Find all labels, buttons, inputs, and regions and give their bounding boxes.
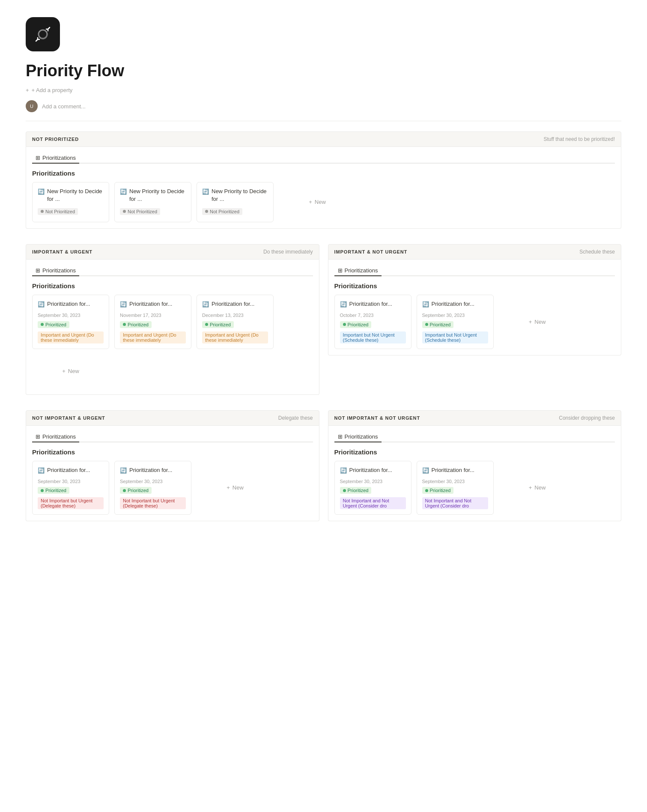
not-important-urgent-subtitle: Delegate these [278,415,313,421]
card-icon: 🔄 [38,188,45,196]
important-not-urgent-section-label: Prioritizations [334,282,615,290]
card-iu-3[interactable]: 🔄 Prioritization for... December 13, 202… [197,295,274,349]
plus-icon: + [529,484,532,491]
card-not-prioritized-1[interactable]: 🔄 New Priority to Decide for ... Not Pri… [32,182,109,222]
comment-placeholder[interactable]: Add a comment... [42,103,86,110]
not-important-not-urgent-tab-row: ⊞ Prioritizations [334,432,615,442]
card-icon: 🔄 [120,301,127,308]
card-niu-1[interactable]: 🔄 Prioritization for... September 30, 20… [32,461,109,515]
grid-icon: ⊞ [36,267,40,274]
card-icon: 🔄 [38,301,45,308]
card-inu-1[interactable]: 🔄 Prioritization for... October 7, 2023 … [334,295,411,349]
not-prioritized-subtitle: Stuff that need to be prioritized! [543,136,615,142]
card-not-prioritized-2[interactable]: 🔄 New Priority to Decide for ... Not Pri… [114,182,191,222]
tab-prioritizations-important-urgent[interactable]: ⊞ Prioritizations [32,266,79,276]
card-ninu-2[interactable]: 🔄 Prioritization for... September 30, 20… [417,461,494,515]
grid-icon: ⊞ [36,433,40,440]
card-not-prioritized-3[interactable]: 🔄 New Priority to Decide for ... Not Pri… [197,182,274,222]
grid-icon: ⊞ [338,267,343,274]
important-not-urgent-tab-row: ⊞ Prioritizations [334,266,615,276]
status-badge: Not Prioritized [120,208,160,215]
card-date: December 13, 2023 [202,313,268,318]
not-prioritized-cards: 🔄 New Priority to Decide for ... Not Pri… [32,182,615,222]
important-urgent-header: IMPORTANT & URGENT Do these immediately [26,244,319,260]
important-urgent-title: IMPORTANT & URGENT [32,249,92,254]
not-important-urgent-title: NOT IMPORTANT & URGENT [32,415,105,421]
not-prioritized-header: NOT PRIORITIZED Stuff that need to be pr… [26,131,621,147]
category-tag: Important and Urgent (Do these immediate… [38,331,104,343]
not-important-not-urgent-cards: 🔄 Prioritization for... September 30, 20… [334,461,615,515]
comment-row: U Add a comment... [26,100,621,121]
category-tag: Not Important but Urgent (Delegate these… [38,497,104,509]
new-card-button-iu[interactable]: + New [32,354,109,388]
status-badge: Prioritized [422,487,454,494]
new-card-button-niu[interactable]: + New [197,461,274,515]
not-important-urgent-cards: 🔄 Prioritization for... September 30, 20… [32,461,313,515]
important-not-urgent-subtitle: Schedule these [579,249,615,255]
category-tag: Not Important and Not Urgent (Consider d… [340,497,406,509]
card-icon: 🔄 [120,467,127,475]
card-niu-2[interactable]: 🔄 Prioritization for... September 30, 20… [114,461,191,515]
avatar: U [26,100,38,112]
category-tag: Important and Urgent (Do these immediate… [202,331,268,343]
card-icon: 🔄 [340,301,347,308]
tab-prioritizations-ninu[interactable]: ⊞ Prioritizations [334,432,382,442]
new-card-button-inu[interactable]: + New [499,295,576,349]
status-badge: Prioritized [340,487,372,494]
tab-label: Prioritizations [42,155,76,161]
important-not-urgent-title: IMPORTANT & NOT URGENT [334,249,408,254]
card-icon: 🔄 [422,467,429,475]
new-card-button-not-prioritized[interactable]: + New [279,182,356,222]
status-badge: Prioritized [340,321,372,328]
status-badge: Prioritized [202,321,234,328]
card-icon: 🔄 [202,188,209,196]
tab-prioritizations-niu[interactable]: ⊞ Prioritizations [32,432,79,442]
status-badge: Not Prioritized [202,208,242,215]
not-prioritized-body: ⊞ Prioritizations Prioritizations 🔄 New … [26,147,621,229]
important-urgent-subtitle: Do these immediately [263,249,313,255]
new-card-button-ninu[interactable]: + New [499,461,576,515]
not-important-not-urgent-body: ⊞ Prioritizations Prioritizations 🔄 Prio… [328,426,622,522]
important-urgent-cards: 🔄 Prioritization for... September 30, 20… [32,295,313,388]
page-title: Priority Flow [26,62,621,80]
add-property-button[interactable]: + + Add a property [26,87,621,93]
card-date: September 30, 2023 [422,313,488,318]
not-prioritized-section: NOT PRIORITIZED Stuff that need to be pr… [26,131,621,229]
card-icon: 🔄 [38,467,45,475]
card-icon: 🔄 [120,188,127,196]
not-important-not-urgent-title: NOT IMPORTANT & NOT URGENT [334,415,420,421]
card-date: October 7, 2023 [340,313,406,318]
niu-section-label: Prioritizations [32,448,313,456]
not-prioritized-title: NOT PRIORITIZED [32,137,79,142]
status-badge: Prioritized [120,321,152,328]
category-tag: Important and Urgent (Do these immediate… [120,331,186,343]
tab-prioritizations-not-prioritized[interactable]: ⊞ Prioritizations [32,153,79,164]
important-urgent-tab-row: ⊞ Prioritizations [32,266,313,276]
important-not-urgent-cards: 🔄 Prioritization for... October 7, 2023 … [334,295,615,349]
not-important-not-urgent-subtitle: Consider dropping these [559,415,615,421]
not-important-urgent-header: NOT IMPORTANT & URGENT Delegate these [26,410,319,426]
card-date: November 17, 2023 [120,313,186,318]
card-date: September 30, 2023 [422,479,488,484]
tab-prioritizations-important-not-urgent[interactable]: ⊞ Prioritizations [334,266,382,276]
ninu-section-label: Prioritizations [334,448,615,456]
status-badge: Prioritized [422,321,454,328]
not-prioritized-section-label: Prioritizations [32,170,615,177]
badge-dot [205,210,208,213]
plus-icon: + [26,87,29,93]
not-important-not-urgent-section: NOT IMPORTANT & NOT URGENT Consider drop… [328,410,622,522]
status-badge: Not Prioritized [38,208,78,215]
card-iu-2[interactable]: 🔄 Prioritization for... November 17, 202… [114,295,191,349]
badge-dot [123,210,126,213]
quadrant-row-2: NOT IMPORTANT & URGENT Delegate these ⊞ … [26,410,621,522]
not-prioritized-tab-row: ⊞ Prioritizations [32,153,615,164]
plus-icon: + [62,368,66,374]
plus-icon: + [227,484,230,491]
not-important-not-urgent-header: NOT IMPORTANT & NOT URGENT Consider drop… [328,410,622,426]
card-iu-1[interactable]: 🔄 Prioritization for... September 30, 20… [32,295,109,349]
plus-icon: + [309,199,312,205]
not-important-urgent-body: ⊞ Prioritizations Prioritizations 🔄 Prio… [26,426,319,522]
category-tag: Important but Not Urgent (Schedule these… [340,331,406,343]
card-ninu-1[interactable]: 🔄 Prioritization for... September 30, 20… [334,461,411,515]
card-inu-2[interactable]: 🔄 Prioritization for... September 30, 20… [417,295,494,349]
